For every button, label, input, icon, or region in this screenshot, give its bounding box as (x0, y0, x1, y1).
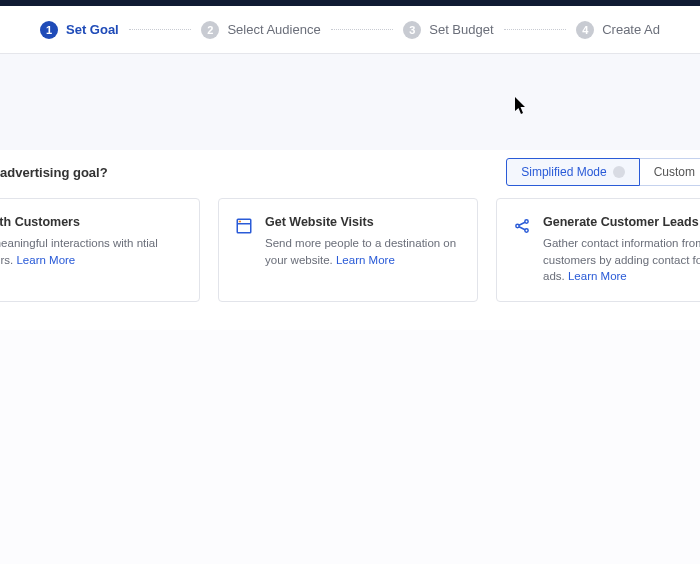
custom-mode-button[interactable]: Custom (640, 158, 700, 186)
step-select-audience[interactable]: 2 Select Audience (201, 21, 320, 39)
step-label-4: Create Ad (602, 22, 660, 37)
step-label-1: Set Goal (66, 22, 119, 37)
mode-toggle: Simplified Mode Custom (506, 158, 700, 186)
step-create-ad[interactable]: 4 Create Ad (576, 21, 660, 39)
card-description: age in meaningful interactions with ntia… (0, 235, 183, 268)
mouse-cursor-icon (514, 97, 528, 115)
step-divider (331, 29, 394, 30)
share-icon (513, 217, 531, 235)
step-number-4: 4 (576, 21, 594, 39)
svg-line-7 (519, 227, 525, 230)
step-divider (129, 29, 192, 30)
goal-section: advertising goal? Simplified Mode Custom… (0, 150, 700, 330)
step-number-3: 3 (403, 21, 421, 39)
step-set-goal[interactable]: 1 Set Goal (40, 21, 119, 39)
card-title: Get Website Visits (265, 215, 461, 229)
simplified-mode-label: Simplified Mode (521, 165, 606, 179)
website-icon (235, 217, 253, 235)
learn-more-link[interactable]: Learn More (16, 254, 75, 266)
custom-mode-label: Custom (654, 165, 695, 179)
learn-more-link[interactable]: Learn More (336, 254, 395, 266)
step-divider (504, 29, 567, 30)
step-set-budget[interactable]: 3 Set Budget (403, 21, 493, 39)
card-description: Send more people to a destination on you… (265, 235, 461, 268)
goal-cards-row: nect with Customers age in meaningful in… (0, 198, 700, 320)
svg-point-5 (525, 229, 528, 232)
svg-line-6 (519, 222, 525, 225)
step-number-2: 2 (201, 21, 219, 39)
step-number-1: 1 (40, 21, 58, 39)
goal-card-website-visits[interactable]: Get Website Visits Send more people to a… (218, 198, 478, 302)
goal-section-header: advertising goal? Simplified Mode Custom (0, 150, 700, 198)
simplified-mode-button[interactable]: Simplified Mode (506, 158, 639, 186)
svg-rect-2 (239, 221, 241, 223)
step-label-3: Set Budget (429, 22, 493, 37)
empty-area (0, 330, 700, 564)
info-icon (613, 166, 625, 178)
svg-point-3 (516, 224, 519, 227)
svg-point-4 (525, 220, 528, 223)
card-title: Generate Customer Leads (543, 215, 700, 229)
goal-card-connect-customers[interactable]: nect with Customers age in meaningful in… (0, 198, 200, 302)
goal-heading: advertising goal? (0, 165, 108, 180)
card-title: nect with Customers (0, 215, 183, 229)
step-label-2: Select Audience (227, 22, 320, 37)
goal-card-generate-leads[interactable]: Generate Customer Leads Gather contact i… (496, 198, 700, 302)
progress-stepper: 1 Set Goal 2 Select Audience 3 Set Budge… (0, 6, 700, 54)
card-description: Gather contact information from po custo… (543, 235, 700, 285)
learn-more-link[interactable]: Learn More (568, 270, 627, 282)
